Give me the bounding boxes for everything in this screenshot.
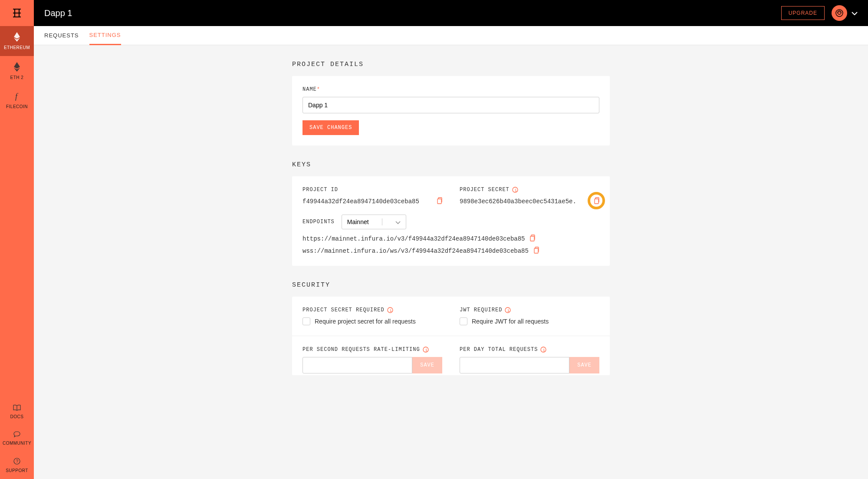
project-details-card: NAME* SAVE CHANGES bbox=[292, 76, 610, 145]
project-id-label: PROJECT ID bbox=[302, 187, 442, 193]
per-second-label: PER SECOND REQUESTS RATE-LIMITING i bbox=[302, 347, 442, 353]
ethereum-icon bbox=[13, 32, 20, 43]
sidebar-item-filecoin[interactable]: f FILECOIN bbox=[0, 86, 34, 115]
sidebar-item-ethereum[interactable]: ETHEREUM bbox=[0, 26, 34, 56]
info-icon[interactable]: i bbox=[387, 307, 393, 313]
per-day-input[interactable] bbox=[460, 357, 569, 373]
jwt-required-label: JWT REQUIRED i bbox=[460, 307, 599, 313]
svg-text:i: i bbox=[425, 348, 427, 353]
section-title-security: SECURITY bbox=[292, 281, 610, 289]
secret-required-checkbox[interactable] bbox=[302, 317, 310, 325]
endpoints-label: ENDPOINTS bbox=[302, 219, 335, 225]
sidebar-item-label: ETHEREUM bbox=[4, 45, 30, 50]
logo[interactable] bbox=[0, 0, 34, 26]
required-marker: * bbox=[317, 86, 320, 92]
endpoints-select[interactable]: Mainnet bbox=[342, 215, 406, 229]
info-icon[interactable]: i bbox=[512, 187, 518, 193]
sidebar-item-label: FILECOIN bbox=[6, 104, 28, 109]
svg-text:i: i bbox=[514, 188, 517, 193]
svg-rect-5 bbox=[437, 199, 441, 204]
svg-rect-10 bbox=[534, 248, 538, 253]
svg-rect-9 bbox=[530, 236, 534, 241]
copy-icon[interactable] bbox=[593, 197, 599, 206]
upgrade-button[interactable]: UPGRADE bbox=[781, 6, 825, 20]
sidebar: ETHEREUM ETH 2 f FILECOIN DOCS COMMUNITY… bbox=[0, 0, 34, 391]
topbar: Dapp 1 UPGRADE bbox=[34, 0, 868, 26]
logo-icon bbox=[11, 7, 23, 19]
svg-text:i: i bbox=[543, 348, 546, 353]
svg-text:f: f bbox=[15, 92, 19, 101]
keys-section: KEYS PROJECT ID f49944a32df24ea8947140de… bbox=[292, 161, 610, 281]
sidebar-item-eth2[interactable]: ETH 2 bbox=[0, 56, 34, 86]
tab-bar: REQUESTS SETTINGS bbox=[34, 26, 868, 45]
save-per-second-button[interactable]: SAVE bbox=[412, 357, 442, 373]
sidebar-item-label: ETH 2 bbox=[10, 75, 24, 80]
eth2-icon bbox=[13, 62, 20, 73]
security-section: SECURITY PROJECT SECRET REQUIRED i Requi… bbox=[292, 281, 610, 375]
project-secret-label: PROJECT SECRET i bbox=[460, 187, 599, 193]
section-title-project-details: PROJECT DETAILS bbox=[292, 61, 610, 68]
project-details-section: PROJECT DETAILS NAME* SAVE CHANGES bbox=[292, 61, 610, 161]
astronaut-icon bbox=[835, 9, 844, 17]
endpoint-wss: wss://mainnet.infura.io/ws/v3/f49944a32d… bbox=[302, 247, 599, 255]
chevron-down-icon bbox=[395, 218, 401, 225]
secret-required-checkbox-label: Require project secret for all requests bbox=[315, 318, 416, 325]
project-secret-value: 9898e3ec626b40a3beec0ec5431ae5e. bbox=[460, 197, 599, 206]
copy-icon[interactable] bbox=[533, 247, 539, 255]
project-id-value: f49944a32df24ea8947140de03ceba85 bbox=[302, 197, 442, 206]
tab-settings[interactable]: SETTINGS bbox=[89, 26, 121, 45]
save-per-day-button[interactable]: SAVE bbox=[569, 357, 599, 373]
per-second-input[interactable] bbox=[302, 357, 412, 373]
copy-icon[interactable] bbox=[436, 197, 442, 206]
copy-icon[interactable] bbox=[529, 235, 535, 243]
endpoint-http: https://mainnet.infura.io/v3/f49944a32df… bbox=[302, 235, 599, 243]
section-title-keys: KEYS bbox=[292, 161, 610, 168]
info-icon[interactable]: i bbox=[505, 307, 511, 313]
svg-rect-8 bbox=[595, 199, 598, 204]
endpoints-selected-value: Mainnet bbox=[347, 218, 369, 225]
secret-required-label: PROJECT SECRET REQUIRED i bbox=[302, 307, 442, 313]
svg-text:i: i bbox=[389, 309, 392, 313]
filecoin-icon: f bbox=[13, 92, 20, 102]
security-card: PROJECT SECRET REQUIRED i Require projec… bbox=[292, 297, 610, 375]
main-content: PROJECT DETAILS NAME* SAVE CHANGES KEYS … bbox=[34, 45, 868, 391]
svg-text:i: i bbox=[507, 309, 510, 313]
info-icon[interactable]: i bbox=[540, 347, 546, 353]
tab-requests[interactable]: REQUESTS bbox=[44, 26, 79, 44]
name-label: NAME* bbox=[302, 86, 599, 92]
per-day-label: PER DAY TOTAL REQUESTS i bbox=[460, 347, 599, 353]
project-name-input[interactable] bbox=[302, 97, 599, 113]
info-icon[interactable]: i bbox=[423, 347, 429, 353]
jwt-required-checkbox[interactable] bbox=[460, 317, 467, 325]
avatar[interactable] bbox=[832, 5, 847, 21]
jwt-required-checkbox-label: Require JWT for all requests bbox=[472, 318, 549, 325]
page-title: Dapp 1 bbox=[44, 8, 781, 18]
chevron-down-icon[interactable] bbox=[852, 9, 858, 17]
keys-card: PROJECT ID f49944a32df24ea8947140de03ceb… bbox=[292, 176, 610, 266]
save-changes-button[interactable]: SAVE CHANGES bbox=[302, 120, 359, 135]
svg-point-4 bbox=[838, 11, 841, 14]
